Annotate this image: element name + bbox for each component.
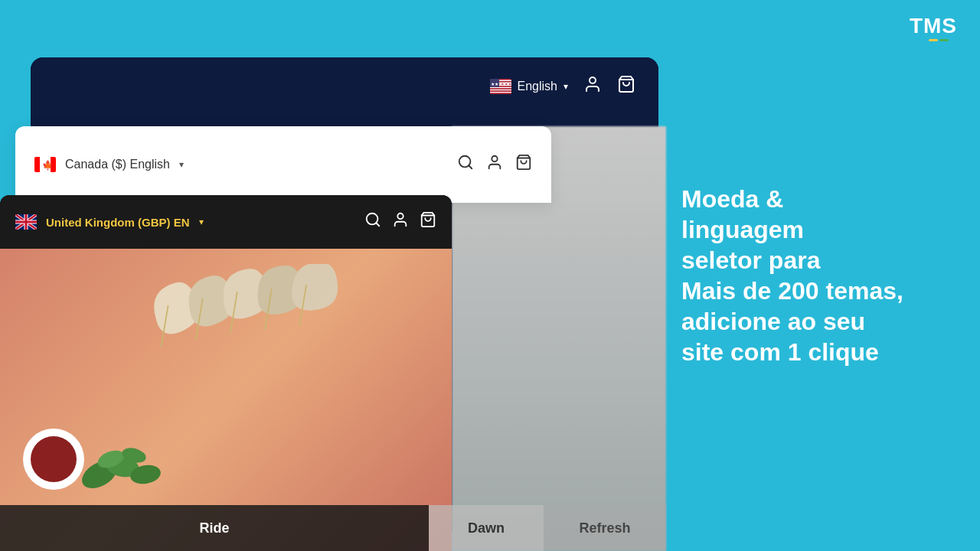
- promo-line2: linguagem: [681, 216, 804, 243]
- right-section: Moeda & linguagem seletor para Mais de 2…: [666, 0, 980, 551]
- cart-icon[interactable]: [617, 75, 635, 98]
- chevron-down-icon: ▾: [564, 81, 568, 92]
- theme-refresh-label: Refresh: [579, 520, 630, 536]
- herbs-illustration: [69, 413, 184, 505]
- main-container: ★★★★★★ English ▾: [0, 0, 980, 551]
- logo-bar-blue: [918, 39, 927, 41]
- theme-labels: Ride Dawn Refresh: [0, 505, 666, 551]
- svg-line-22: [469, 165, 472, 168]
- canada-label: Canada ($) English: [65, 158, 170, 171]
- promo-line6: site com 1 clique: [681, 338, 879, 366]
- svg-point-28: [397, 214, 403, 219]
- theme-dawn-label: Dawn: [468, 520, 505, 536]
- svg-rect-7: [490, 86, 511, 88]
- card-dark: United Kingdom (GBP) EN ▾: [0, 195, 452, 551]
- language-selector[interactable]: ★★★★★★ English ▾: [490, 79, 568, 94]
- svg-rect-12: [490, 93, 511, 94]
- card-white: 🍁 Canada ($) English ▾: [15, 126, 551, 203]
- svg-rect-11: [490, 91, 511, 93]
- theme-ride-label: Ride: [199, 520, 229, 536]
- svg-text:🍁: 🍁: [42, 159, 54, 171]
- logo-letter-S: S: [942, 14, 957, 37]
- svg-line-27: [376, 223, 379, 226]
- dark-card-icons: [364, 211, 436, 233]
- cart-icon[interactable]: [515, 154, 532, 175]
- svg-point-15: [590, 77, 596, 83]
- promo-line3: seletor para: [681, 246, 820, 274]
- uk-label: United Kingdom (GBP) EN: [46, 216, 190, 229]
- promo-line5: adicione ao seu: [681, 308, 865, 335]
- svg-rect-10: [490, 90, 511, 92]
- card-dark-header: United Kingdom (GBP) EN ▾: [0, 195, 452, 249]
- us-flag-icon: ★★★★★★: [490, 79, 511, 94]
- logo-bar-yellow: [929, 39, 938, 41]
- promo-line4: Mais de 200 temas,: [681, 277, 903, 305]
- user-icon[interactable]: [392, 211, 409, 233]
- svg-text:★★★★★★: ★★★★★★: [491, 82, 511, 86]
- uk-flag-icon: [15, 214, 37, 230]
- tms-logo: TMS: [910, 15, 957, 41]
- chevron-icon: ▾: [179, 159, 184, 170]
- svg-rect-8: [490, 88, 511, 90]
- left-section: ★★★★★★ English ▾: [0, 0, 666, 551]
- theme-dawn: Dawn: [429, 505, 544, 551]
- logo-letter-T: T: [910, 14, 923, 37]
- tms-logo-text: TMS: [910, 15, 957, 37]
- search-icon[interactable]: [457, 154, 474, 175]
- card-navy-header: ★★★★★★ English ▾: [31, 57, 658, 115]
- white-card-icons: [457, 154, 532, 175]
- svg-rect-17: [34, 157, 40, 172]
- language-label: English: [518, 80, 557, 93]
- theme-ride: Ride: [0, 505, 429, 551]
- chevron-icon: ▾: [199, 217, 204, 227]
- promo-text: Moeda & linguagem seletor para Mais de 2…: [681, 184, 903, 367]
- svg-point-23: [492, 156, 497, 161]
- cart-icon[interactable]: [420, 211, 436, 233]
- user-icon[interactable]: [486, 154, 503, 175]
- canada-flag-icon: 🍁: [34, 157, 56, 172]
- theme-refresh: Refresh: [544, 505, 666, 551]
- promo-line1: Moeda &: [681, 185, 783, 213]
- tms-logo-underline: [918, 39, 949, 41]
- search-icon[interactable]: [364, 211, 381, 233]
- svg-rect-9: [490, 89, 511, 90]
- logo-bar-green: [939, 39, 949, 41]
- user-icon[interactable]: [583, 75, 602, 98]
- logo-letter-M: M: [923, 14, 942, 37]
